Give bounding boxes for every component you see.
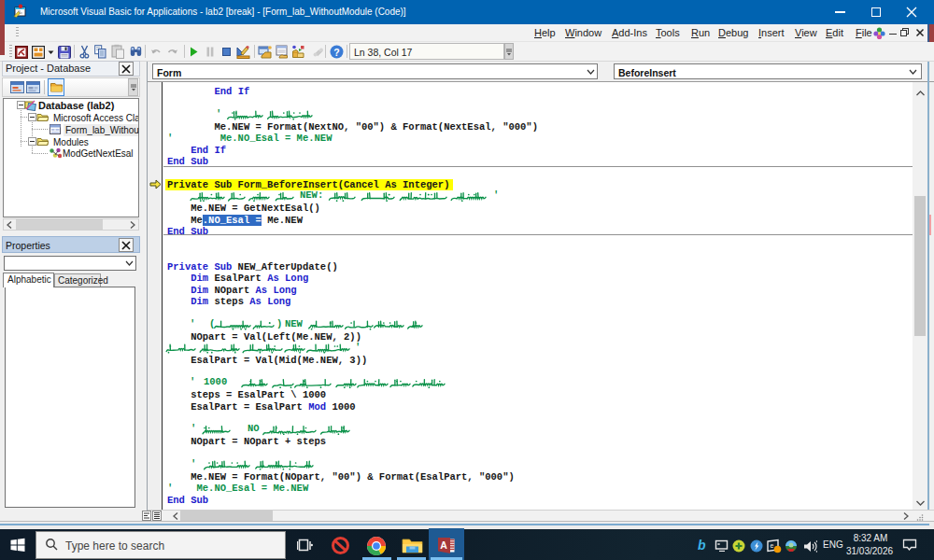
svg-text:?: ?	[333, 47, 339, 58]
svg-text:A: A	[440, 539, 447, 551]
svg-text:e: e	[771, 542, 774, 549]
